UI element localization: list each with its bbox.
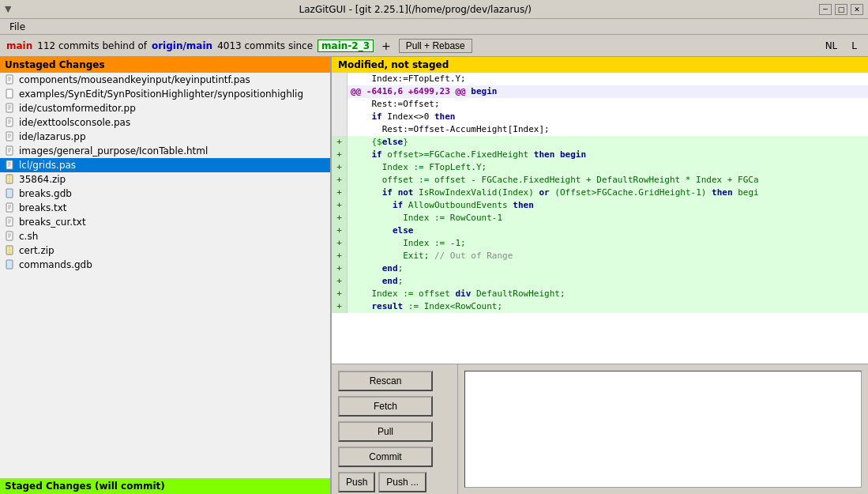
diff-gutter: + (332, 300, 348, 313)
file-name: lcl/grids.pas (19, 160, 76, 171)
file-icon (5, 245, 16, 256)
file-name: c.sh (19, 231, 38, 242)
file-list-item[interactable]: ide/exttoolsconsole.pas (0, 115, 330, 130)
diff-content: {$else} (348, 136, 408, 149)
window-title: LazGitGUI - [git 2.25.1](/home/prog/dev/… (11, 4, 819, 15)
right-panel: Modified, not staged Index:=FTopLeft.Y;@… (332, 57, 868, 494)
left-panel: Unstaged Changes components/mouseandkeyi… (0, 57, 332, 494)
file-list-item[interactable]: breaks.gdb (0, 187, 330, 201)
diff-gutter: + (332, 275, 348, 288)
file-icon (5, 174, 16, 185)
diff-content: if AllowOutboundEvents then (348, 199, 534, 212)
diff-content: Index := RowCount-1 (348, 212, 502, 224)
file-list-item[interactable]: cert.zip (0, 243, 330, 258)
commits-behind-label: 112 commits behind of (37, 40, 147, 51)
file-list-item[interactable]: breaks_cur.txt (0, 215, 330, 229)
minimize-button[interactable]: ─ (819, 4, 832, 15)
file-name: ide/customformeditor.pp (19, 103, 136, 114)
branch-tag[interactable]: main-2_3 (318, 40, 374, 52)
file-name: ide/lazarus.pp (19, 131, 86, 142)
diff-gutter: + (332, 161, 348, 174)
file-list-item[interactable]: breaks.txt (0, 201, 330, 215)
titlebar: ▼ LazGitGUI - [git 2.25.1](/home/prog/de… (0, 0, 868, 19)
file-list-item[interactable]: components/mouseandkeyinput/keyinputintf… (0, 73, 330, 87)
branch-main[interactable]: main (6, 40, 32, 51)
push-row: Push Push ... (338, 472, 451, 492)
diff-gutter: + (332, 288, 348, 300)
add-branch-button[interactable]: + (378, 40, 394, 52)
file-list-item[interactable]: examples/SynEdit/SynPositionHighlighter/… (0, 87, 330, 101)
push-button[interactable]: Push (338, 472, 375, 492)
diff-content: Index := FTopLeft.Y; (348, 161, 487, 174)
rescan-button[interactable]: Rescan (338, 371, 433, 391)
pull-button[interactable]: Pull (338, 421, 433, 442)
commit-message-input[interactable] (464, 371, 862, 488)
diff-content: end; (348, 275, 403, 288)
push-ellipsis-button[interactable]: Push ... (378, 472, 426, 492)
file-name: commands.gdb (19, 259, 92, 270)
diff-line: + Exit; // Out of Range (332, 250, 868, 262)
commits-since-label: 4013 commits since (217, 40, 313, 51)
file-name: cert.zip (19, 245, 54, 256)
file-list-item[interactable]: lcl/grids.pas (0, 158, 330, 172)
file-icon (5, 259, 16, 270)
unstaged-header: Unstaged Changes (0, 57, 330, 73)
staged-header: Staged Changes (will commit) (0, 478, 330, 494)
file-icon (5, 160, 16, 171)
diff-line: + if not IsRowIndexValid(Index) or (Offs… (332, 187, 868, 199)
diff-content: Index:=FTopLeft.Y; (348, 73, 466, 85)
menu-file[interactable]: File (5, 21, 30, 33)
file-list-item[interactable]: images/general_purpose/IconTable.html (0, 144, 330, 158)
file-icon (5, 202, 16, 213)
maximize-button[interactable]: □ (835, 4, 847, 15)
action-buttons: Rescan Fetch Pull Commit Push Push ... (332, 364, 458, 494)
diff-line: + {$else} (332, 136, 868, 149)
file-icon (5, 103, 16, 114)
diff-gutter: + (332, 199, 348, 212)
file-list-item[interactable]: 35864.zip (0, 172, 330, 187)
fetch-button[interactable]: Fetch (338, 396, 433, 417)
lang-l-button[interactable]: L (847, 40, 862, 52)
diff-content: Index := offset div DefaultRowHeight; (348, 288, 566, 300)
file-list-item[interactable]: ide/customformeditor.pp (0, 101, 330, 115)
file-list-item[interactable]: c.sh (0, 229, 330, 243)
diff-gutter: + (332, 250, 348, 262)
file-icon (5, 131, 16, 142)
svg-rect-40 (6, 246, 13, 255)
file-name: 35864.zip (19, 174, 66, 185)
svg-rect-27 (6, 189, 13, 198)
diff-gutter: + (332, 224, 348, 237)
menubar: File (0, 19, 868, 35)
diff-line: + offset := offset - FGCache.FixedHeight… (332, 174, 868, 187)
file-list-item[interactable]: ide/lazarus.pp (0, 130, 330, 144)
svg-rect-21 (6, 160, 13, 169)
branch-origin[interactable]: origin/main (152, 40, 212, 51)
pull-rebase-button[interactable]: Pull + Rebase (399, 39, 472, 53)
commit-button[interactable]: Commit (338, 447, 433, 467)
diff-gutter (332, 85, 348, 98)
diff-content: Rest:=Offset; (348, 98, 440, 111)
file-name: breaks.txt (19, 202, 67, 213)
commit-message-area (458, 364, 868, 494)
diff-line: @@ -6416,6 +6499,23 @@ begin (332, 85, 868, 98)
file-name: examples/SynEdit/SynPositionHighlighter/… (19, 89, 303, 100)
diff-line: + Index := FTopLeft.Y; (332, 161, 868, 174)
diff-content: if offset>=FGCache.FixedHeight then begi… (348, 149, 586, 161)
file-icon (5, 74, 16, 85)
diff-line: + Index := RowCount-1 (332, 212, 868, 224)
file-list-item[interactable]: commands.gdb (0, 258, 330, 272)
diff-content: Index := -1; (348, 237, 466, 250)
diff-gutter (332, 73, 348, 85)
close-button[interactable]: ✕ (851, 4, 863, 15)
diff-content: else (348, 224, 413, 237)
diff-gutter: + (332, 136, 348, 149)
svg-rect-25 (6, 175, 13, 183)
diff-gutter (332, 111, 348, 123)
diff-line: + else (332, 224, 868, 237)
diff-area[interactable]: Index:=FTopLeft.Y;@@ -6416,6 +6499,23 @@… (332, 73, 868, 364)
diff-content: end; (348, 262, 403, 275)
svg-rect-28 (6, 203, 13, 212)
diff-line: Rest:=Offset-AccumHeight[Index]; (332, 123, 868, 136)
lang-nl-button[interactable]: NL (821, 40, 843, 52)
svg-rect-36 (6, 232, 13, 240)
